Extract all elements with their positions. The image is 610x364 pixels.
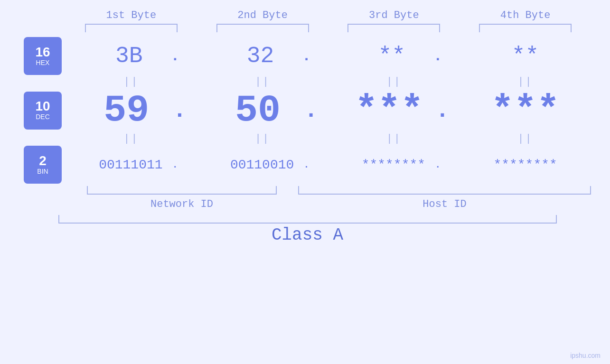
main-container: 1st Byte 2nd Byte 3rd Byte 4th Byte <box>0 0 610 364</box>
equals-1-3: || <box>386 76 402 88</box>
dec-values: 59 . 50 . *** . *** <box>66 89 591 132</box>
hex-values: 3B . 32 . ** . ** <box>66 43 591 69</box>
hex-value-1: 3B <box>83 43 175 69</box>
equals-2-2: || <box>255 133 270 145</box>
equals-row-2: || || || || <box>24 133 591 145</box>
dec-row: 10 DEC 59 . 50 . *** . *** <box>24 89 591 132</box>
dec-badge: 10 DEC <box>24 92 62 130</box>
network-bracket <box>87 186 277 195</box>
bracket-4 <box>479 24 572 32</box>
watermark: ipshu.com <box>570 352 601 359</box>
bin-value-3: ******** <box>347 158 440 172</box>
equals-2-4: || <box>517 133 533 145</box>
equals-1-4: || <box>517 76 533 88</box>
class-row: Class A <box>24 215 591 245</box>
hex-cell-1: 3B . <box>74 43 188 69</box>
byte-header-2: 2nd Byte <box>206 9 319 21</box>
top-brackets <box>66 24 591 32</box>
byte-header-3: 3rd Byte <box>337 9 451 21</box>
hex-cell-3: ** . <box>337 43 451 69</box>
dec-dot-3: . <box>435 98 445 123</box>
byte-header-4: 4th Byte <box>469 9 582 21</box>
hex-value-2: 32 <box>214 43 307 69</box>
dec-cell-3: *** . <box>337 89 451 132</box>
hex-dot-3: . <box>433 47 442 65</box>
bin-value-1: 00111011 <box>84 158 177 172</box>
dec-dot-2: . <box>304 98 314 123</box>
host-id-label: Host ID <box>422 198 466 210</box>
dec-cell-4: *** <box>469 89 582 132</box>
bin-dot-1: . <box>172 159 178 170</box>
bin-cell-2: 00110010 . <box>206 158 319 172</box>
byte-header-row: 1st Byte 2nd Byte 3rd Byte 4th Byte <box>24 9 591 21</box>
equals-2-3: || <box>386 133 402 145</box>
hex-badge: 16 HEX <box>24 37 62 75</box>
host-bracket <box>298 186 591 195</box>
network-id-label: Network ID <box>150 198 213 210</box>
bracket-2 <box>216 24 309 32</box>
dec-cell-1: 59 . <box>74 89 188 132</box>
bin-cell-3: ******** . <box>337 158 451 172</box>
byte-header-1: 1st Byte <box>74 9 188 21</box>
network-bracket-wrap: Network ID <box>66 186 298 210</box>
hex-row: 16 HEX 3B . 32 . ** . ** <box>24 37 591 75</box>
top-bracket-row <box>24 24 591 32</box>
class-label: Class A <box>272 225 343 245</box>
dec-value-4: *** <box>479 89 572 132</box>
bin-dot-2: . <box>304 159 310 170</box>
bin-badge-label: BIN <box>37 168 48 176</box>
bracket-3 <box>347 24 440 32</box>
hex-cell-2: 32 . <box>206 43 319 69</box>
equals-row-1: || || || || <box>24 76 591 88</box>
bin-badge: 2 BIN <box>24 146 62 184</box>
hex-badge-label: HEX <box>36 59 50 67</box>
hex-value-4: ** <box>479 43 572 69</box>
hex-value-3: ** <box>346 43 438 69</box>
ip-grid: 1st Byte 2nd Byte 3rd Byte 4th Byte <box>0 9 610 245</box>
dec-value-1: 59 <box>80 89 173 132</box>
class-bracket <box>58 215 557 224</box>
hex-dot-1: . <box>170 47 179 65</box>
dec-base-number: 10 <box>35 100 50 113</box>
dec-value-2: 50 <box>212 89 304 132</box>
bin-values: 00111011 . 00110010 . ******** . *******… <box>66 158 591 172</box>
bin-value-4: ******** <box>479 158 572 172</box>
hex-base-number: 16 <box>35 46 50 59</box>
bin-base-number: 2 <box>39 154 47 168</box>
byte-headers: 1st Byte 2nd Byte 3rd Byte 4th Byte <box>66 9 591 21</box>
equals-1-1: || <box>123 76 139 88</box>
dec-cell-2: 50 . <box>206 89 319 132</box>
hex-cell-4: ** <box>469 43 582 69</box>
bin-cell-1: 00111011 . <box>74 158 188 172</box>
bin-row: 2 BIN 00111011 . 00110010 . ******** . *… <box>24 146 591 184</box>
bracket-1 <box>85 24 178 32</box>
bin-cell-4: ******** <box>469 158 582 172</box>
dec-value-3: *** <box>343 89 435 132</box>
equals-1-2: || <box>255 76 270 88</box>
hex-dot-2: . <box>302 47 311 65</box>
dec-dot-1: . <box>173 98 182 123</box>
equals-section-1: || || || || <box>66 76 591 88</box>
host-bracket-wrap: Host ID <box>298 186 591 210</box>
bottom-bracket-row: Network ID Host ID <box>24 186 591 210</box>
equals-2-1: || <box>123 133 139 145</box>
dec-badge-label: DEC <box>36 113 50 121</box>
equals-section-2: || || || || <box>66 133 591 145</box>
bin-value-2: 00110010 <box>216 158 309 172</box>
bin-dot-3: . <box>435 159 441 170</box>
